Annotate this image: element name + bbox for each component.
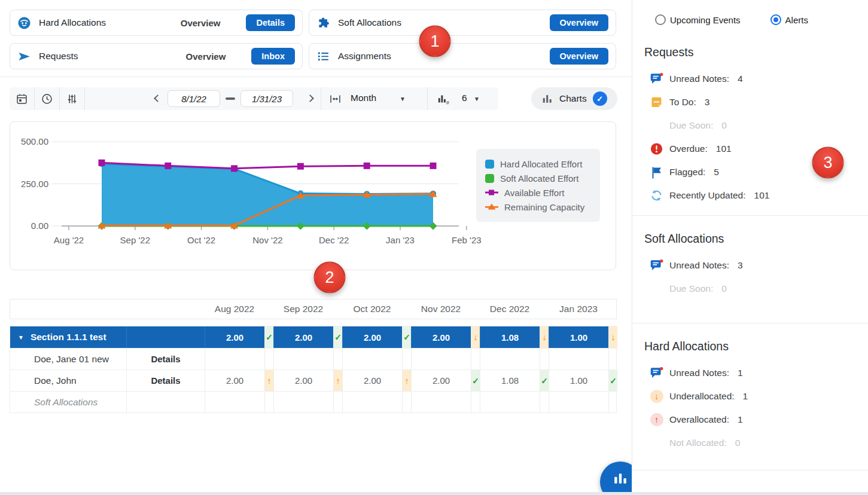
alert-item[interactable]: Unread Notes:4 — [632, 67, 868, 90]
overview-link[interactable]: Overview — [186, 51, 226, 62]
details-button[interactable]: Details — [246, 14, 295, 31]
card-soft-allocations: Soft Allocations Overview — [309, 10, 616, 36]
calendar-icon[interactable] — [10, 87, 34, 110]
details-link — [126, 326, 205, 348]
no-icon — [649, 436, 664, 450]
overview-button[interactable]: Overview — [550, 48, 609, 65]
allocation-value: 1.00 — [549, 370, 608, 391]
sidebar-divider — [632, 323, 868, 323]
alert-item[interactable]: To Do:3 — [632, 90, 868, 114]
allocation-value: 2.00 — [273, 326, 333, 348]
interval-select-value[interactable]: Month — [351, 93, 376, 103]
status-check-icon: ✓ — [540, 370, 549, 391]
alert-item[interactable]: Recently Updated:101 — [632, 184, 868, 207]
sliders-icon[interactable] — [60, 87, 84, 110]
row-name[interactable]: Soft Allocations — [10, 392, 126, 412]
send-icon — [17, 50, 31, 63]
svg-text:Aug '22: Aug '22 — [54, 235, 84, 245]
allocation-value — [549, 392, 608, 412]
alert-item[interactable]: Not Allocated:0 — [632, 431, 868, 454]
allocation-value — [205, 392, 264, 412]
status-check-icon: ✓ — [471, 370, 480, 391]
svg-text:0.00: 0.00 — [31, 221, 48, 231]
effort-chart-card: 500.00250.000.00Aug '22Sep '22Oct '22Nov… — [10, 121, 616, 270]
status-empty — [540, 392, 549, 412]
cards-divider — [0, 77, 632, 77]
annotation-badge-1: 1 — [419, 26, 451, 57]
svg-text:Oct '22: Oct '22 — [187, 235, 215, 245]
alert-count: 0 — [721, 283, 727, 294]
column-width-icon — [323, 87, 348, 110]
radio-upcoming-events[interactable]: Upcoming Events — [655, 14, 741, 25]
alert-item[interactable]: Due Soon:0 — [632, 114, 868, 137]
svg-text:Dec '22: Dec '22 — [319, 235, 349, 245]
status-check-icon: ✓ — [333, 326, 342, 348]
prev-period-chevron-icon[interactable] — [154, 94, 162, 102]
interval-caret-icon[interactable]: ▼ — [400, 96, 406, 102]
details-link[interactable]: Details — [126, 349, 205, 369]
alerts-sidebar: Upcoming Events Alerts RequestsUnread No… — [632, 0, 868, 495]
expand-caret-icon[interactable]: ▼ — [18, 334, 24, 341]
charts-toggle[interactable]: Charts ✓ — [531, 87, 617, 110]
alert-item[interactable]: ↑Overallocated:1 — [632, 408, 868, 431]
overview-link[interactable]: Overview — [181, 18, 221, 28]
bar-count-icon: # — [430, 87, 458, 110]
legend-label: Hard Allocated Effort — [500, 159, 582, 169]
status-up-icon: ↑ — [333, 370, 342, 391]
alert-item[interactable]: Due Soon:0 — [632, 277, 868, 300]
card-title: Hard Allocations — [39, 17, 106, 28]
legend-label: Soft Allocated Effort — [500, 173, 578, 184]
chart-legend: Hard Allocated EffortSoft Allocated Effo… — [476, 149, 600, 222]
alert-count: 1 — [743, 391, 748, 402]
svg-text:500.00: 500.00 — [21, 136, 48, 146]
notes-icon — [649, 366, 664, 380]
allocation-value — [205, 349, 264, 369]
legend-item: Remaining Capacity — [485, 200, 594, 214]
check-circle-icon: ✓ — [593, 91, 607, 106]
details-link[interactable]: Details — [126, 370, 205, 391]
table-row-soft-allocations: Soft Allocations — [10, 392, 616, 412]
status-empty — [402, 392, 411, 412]
overview-button[interactable]: Overview — [550, 14, 609, 31]
flag-icon — [649, 165, 664, 179]
svg-text:Feb '23: Feb '23 — [452, 235, 482, 245]
inbox-button[interactable]: Inbox — [251, 48, 295, 65]
row-name[interactable]: ▼Section 1.1.1 test — [10, 326, 126, 348]
refresh-icon — [649, 188, 664, 203]
card-title: Soft Allocations — [338, 17, 401, 28]
row-name[interactable]: Doe, Jane 01 new — [10, 349, 126, 369]
radio-icon[interactable] — [770, 14, 781, 25]
period-count-caret-icon[interactable]: ▼ — [474, 96, 480, 102]
card-title: Assignments — [338, 51, 391, 62]
allocation-value — [342, 392, 402, 412]
date-from-input[interactable] — [167, 90, 220, 107]
notes-icon — [649, 72, 664, 86]
overdue-icon — [649, 142, 664, 156]
alert-item[interactable]: Unread Notes:3 — [632, 253, 868, 277]
annotation-badge-2: 2 — [314, 262, 346, 294]
radio-icon[interactable] — [655, 14, 666, 25]
date-to-input[interactable] — [240, 90, 293, 107]
alert-item[interactable]: Unread Notes:1 — [632, 361, 868, 384]
status-empty — [402, 349, 411, 369]
date-range-dash — [226, 97, 235, 100]
period-count-value[interactable]: 6 — [462, 93, 467, 103]
alert-item[interactable]: ↓Underallocated:1 — [632, 384, 868, 408]
next-period-chevron-icon[interactable] — [306, 94, 314, 102]
svg-text:#: # — [446, 100, 449, 105]
legend-swatch-icon — [485, 174, 494, 183]
clock-icon[interactable] — [35, 87, 59, 110]
row-name[interactable]: Doe, John — [10, 370, 126, 391]
svg-text:Jan '23: Jan '23 — [386, 235, 415, 245]
sidebar-section-hard-allocations: Hard AllocationsUnread Notes:1↓Underallo… — [632, 340, 868, 454]
legend-line-square-icon — [485, 188, 498, 197]
legend-line-triangle-icon — [485, 203, 498, 211]
table-row-doe-john: Doe, JohnDetails2.00↑2.00↑2.00↑2.00✓1.08… — [10, 370, 616, 392]
status-empty — [333, 392, 342, 412]
legend-item: Soft Allocated Effort — [485, 171, 594, 185]
status-empty — [471, 392, 480, 412]
allocation-value — [480, 349, 540, 369]
status-empty — [540, 349, 549, 369]
month-column-header: Jan 2023 — [549, 300, 608, 319]
radio-alerts[interactable]: Alerts — [770, 14, 808, 25]
